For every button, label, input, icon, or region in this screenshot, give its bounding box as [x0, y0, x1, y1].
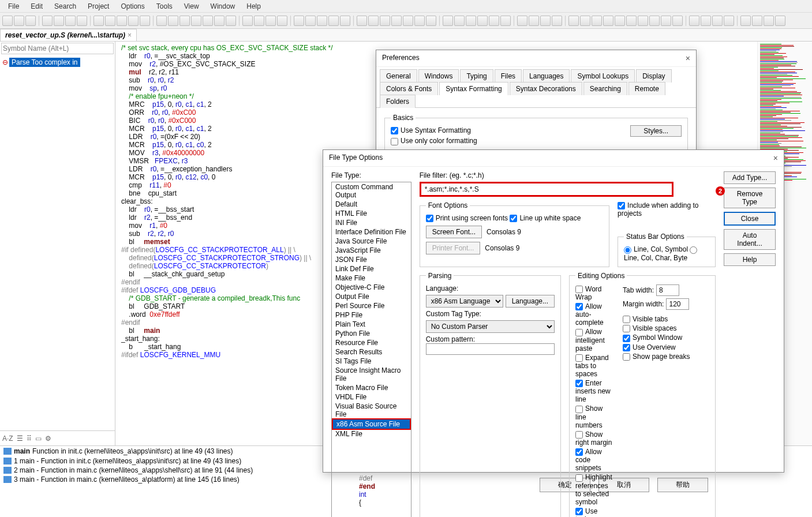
symbol-item[interactable]: Parse Too complex in [9, 58, 80, 67]
tb-btn[interactable] [775, 16, 785, 26]
file-type-item[interactable]: XML File [332, 429, 411, 439]
tb-btn[interactable] [14, 16, 24, 26]
tb-btn[interactable] [724, 16, 734, 26]
tb-btn[interactable] [391, 16, 402, 26]
file-type-item[interactable]: HTML File [332, 209, 411, 218]
tb-btn[interactable] [277, 16, 287, 26]
file-type-item[interactable]: Search Results [332, 347, 411, 357]
language-select[interactable]: x86 Asm Language [426, 295, 503, 308]
tb-btn[interactable] [552, 16, 562, 26]
tb-btn[interactable] [489, 16, 499, 26]
use-color-checkbox[interactable]: Use only color formatting [391, 136, 682, 146]
tb-btn[interactable] [294, 16, 304, 26]
tb-btn[interactable] [254, 16, 264, 26]
edit-option[interactable]: Allow auto-complete [575, 302, 613, 327]
add-type-button[interactable]: Add Type... [724, 171, 776, 184]
file-type-item[interactable]: Python File [332, 329, 411, 338]
tb-btn[interactable] [477, 16, 488, 26]
menu-help[interactable]: Help [241, 2, 267, 10]
tb-btn[interactable] [105, 16, 115, 26]
tb-btn[interactable] [517, 16, 527, 26]
tb-btn[interactable] [661, 16, 671, 26]
tb-btn[interactable] [25, 16, 36, 26]
tb-btn[interactable] [764, 16, 774, 26]
auto-indent-button[interactable]: Auto Indent... [724, 229, 776, 250]
tab-windows[interactable]: Windows [418, 69, 459, 83]
tab-syntax-decorations[interactable]: Syntax Decorations [510, 82, 582, 95]
edit-option[interactable]: Use typing shortcuts for parentheses and… [575, 507, 613, 517]
tb-btn[interactable] [426, 16, 436, 26]
tb-btn[interactable] [65, 16, 76, 26]
screen-font-button[interactable]: Screen Font... [426, 226, 482, 238]
file-type-item[interactable]: Java Source File [332, 237, 411, 246]
custom-parser-select[interactable]: No Custom Parser [426, 320, 555, 333]
tb-btn[interactable] [443, 16, 453, 26]
edit-option[interactable]: Visible spaces [623, 324, 709, 333]
file-type-item[interactable]: x86 Asm Source File [332, 418, 411, 430]
tb-btn[interactable] [672, 16, 683, 26]
menu-search[interactable]: Search [48, 2, 82, 10]
tb-btn[interactable] [242, 16, 253, 26]
tb-btn[interactable] [466, 16, 476, 26]
tb-btn[interactable] [500, 16, 511, 26]
edit-option[interactable]: Show page breaks [623, 352, 709, 361]
tb-btn[interactable] [615, 16, 625, 26]
file-type-item[interactable]: JavaScript File [332, 246, 411, 255]
tb-btn[interactable] [740, 16, 751, 26]
file-type-item[interactable]: PHP File [332, 310, 411, 320]
edit-option[interactable]: Visible tabs [623, 314, 709, 324]
tab-remote[interactable]: Remote [628, 82, 665, 95]
lineup-checkbox[interactable]: Line up white space [510, 214, 581, 222]
tb-btn[interactable] [54, 16, 64, 26]
tb-btn[interactable] [203, 16, 213, 26]
language-button[interactable]: Language... [506, 295, 555, 308]
custom-pattern-input[interactable] [426, 343, 555, 355]
file-type-item[interactable]: Perl Source File [332, 301, 411, 310]
tb-btn[interactable] [93, 16, 104, 26]
edit-option[interactable]: Expand tabs to spaces [575, 353, 613, 379]
print-fonts-checkbox[interactable]: Print using screen fonts [426, 214, 508, 222]
menu-tools[interactable]: Tools [151, 2, 178, 10]
tb-btn[interactable] [712, 16, 723, 26]
tb-btn[interactable] [454, 16, 465, 26]
tb-btn[interactable] [226, 16, 236, 26]
close-icon[interactable]: × [128, 31, 132, 39]
tb-btn[interactable] [603, 16, 613, 26]
tb-btn[interactable] [626, 16, 637, 26]
tab-languages[interactable]: Languages [523, 69, 570, 83]
close-icon[interactable]: × [686, 54, 690, 63]
tb-btn[interactable] [649, 16, 660, 26]
tb-btn[interactable] [380, 16, 390, 26]
include-checkbox[interactable]: Include when adding to projects [618, 201, 698, 218]
symbol-search-input[interactable] [1, 43, 114, 54]
tab-files[interactable]: Files [495, 69, 522, 83]
file-filter-input[interactable] [420, 182, 673, 197]
file-type-item[interactable]: SI Tags File [332, 357, 411, 366]
tb-btn[interactable] [77, 16, 87, 26]
tb-btn[interactable] [317, 16, 327, 26]
tb-btn[interactable] [689, 16, 699, 26]
grid-icon[interactable]: ⠿ [27, 434, 32, 443]
gear-icon[interactable]: ⚙ [45, 434, 51, 443]
tb-btn[interactable] [414, 16, 425, 26]
tab-typing[interactable]: Typing [460, 69, 493, 83]
tb-btn[interactable] [529, 16, 539, 26]
styles-button[interactable]: Styles... [630, 125, 682, 137]
tab-width-input[interactable] [656, 284, 679, 296]
tb-btn[interactable] [357, 16, 367, 26]
sort-icon[interactable]: A·Z [2, 434, 13, 443]
tb-btn[interactable] [2, 16, 13, 26]
tab-symbol-lookups[interactable]: Symbol Lookups [571, 69, 635, 83]
edit-option[interactable]: Highlight references to selected symbol [575, 473, 613, 506]
tb-btn[interactable] [179, 16, 190, 26]
file-type-item[interactable]: JSON File [332, 255, 411, 264]
tb-btn[interactable] [140, 16, 150, 26]
edit-option[interactable]: Show right margin [575, 430, 613, 447]
menu-options[interactable]: Options [115, 2, 150, 10]
tb-btn[interactable] [191, 16, 201, 26]
file-type-item[interactable]: Link Def File [332, 264, 411, 274]
tb-btn[interactable] [701, 16, 711, 26]
tb-btn[interactable] [368, 16, 379, 26]
menu-file[interactable]: File [2, 2, 25, 10]
menu-project[interactable]: Project [82, 2, 115, 10]
